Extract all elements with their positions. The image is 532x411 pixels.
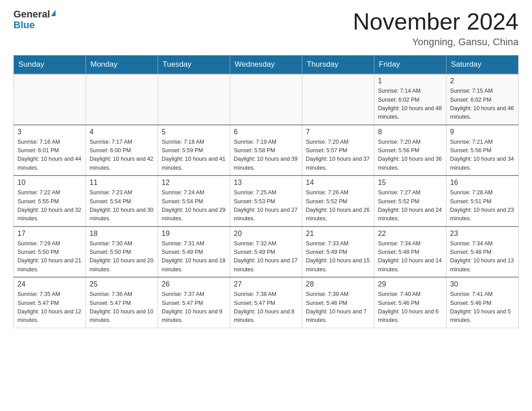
day-cell-1-5: 8Sunrise: 7:20 AM Sunset: 5:56 PM Daylig… (374, 125, 446, 176)
day-info-4: Sunrise: 7:17 AM Sunset: 6:00 PM Dayligh… (90, 138, 154, 173)
day-info-25: Sunrise: 7:36 AM Sunset: 5:47 PM Dayligh… (90, 290, 154, 325)
day-cell-1-3: 6Sunrise: 7:19 AM Sunset: 5:58 PM Daylig… (230, 125, 302, 176)
day-number-3: 3 (17, 128, 82, 136)
day-number-9: 9 (450, 128, 515, 136)
day-info-6: Sunrise: 7:19 AM Sunset: 5:58 PM Dayligh… (234, 138, 298, 173)
day-number-5: 5 (162, 128, 226, 136)
day-info-26: Sunrise: 7:37 AM Sunset: 5:47 PM Dayligh… (162, 290, 226, 325)
day-info-13: Sunrise: 7:25 AM Sunset: 5:53 PM Dayligh… (234, 188, 298, 223)
day-number-16: 16 (450, 179, 515, 187)
header-wednesday: Wednesday (230, 56, 302, 74)
title-area: November 2024 Yongning, Gansu, China (353, 9, 519, 48)
day-number-25: 25 (90, 280, 154, 288)
day-info-2: Sunrise: 7:15 AM Sunset: 6:02 PM Dayligh… (450, 87, 515, 122)
day-cell-0-6: 2Sunrise: 7:15 AM Sunset: 6:02 PM Daylig… (446, 74, 519, 125)
logo-triangle-icon (51, 10, 56, 16)
day-number-18: 18 (90, 230, 154, 238)
day-number-22: 22 (378, 230, 442, 238)
day-info-7: Sunrise: 7:20 AM Sunset: 5:57 PM Dayligh… (306, 138, 370, 173)
week-row-0: 1Sunrise: 7:14 AM Sunset: 6:02 PM Daylig… (14, 74, 519, 125)
header: General Blue November 2024 Yongning, Gan… (13, 9, 519, 48)
day-cell-2-1: 11Sunrise: 7:23 AM Sunset: 5:54 PM Dayli… (86, 176, 158, 227)
day-info-15: Sunrise: 7:27 AM Sunset: 5:52 PM Dayligh… (378, 188, 442, 223)
day-cell-1-6: 9Sunrise: 7:21 AM Sunset: 5:56 PM Daylig… (446, 125, 519, 176)
day-cell-1-2: 5Sunrise: 7:18 AM Sunset: 5:59 PM Daylig… (158, 125, 230, 176)
calendar-table: Sunday Monday Tuesday Wednesday Thursday… (13, 55, 519, 328)
day-cell-4-5: 29Sunrise: 7:40 AM Sunset: 5:46 PM Dayli… (374, 277, 446, 328)
day-info-28: Sunrise: 7:39 AM Sunset: 5:46 PM Dayligh… (306, 290, 370, 325)
logo-text: General Blue (13, 9, 56, 30)
header-tuesday: Tuesday (158, 56, 230, 74)
header-saturday: Saturday (446, 56, 519, 74)
day-info-17: Sunrise: 7:29 AM Sunset: 5:50 PM Dayligh… (17, 240, 82, 274)
day-number-20: 20 (234, 230, 298, 238)
day-cell-3-4: 21Sunrise: 7:33 AM Sunset: 5:49 PM Dayli… (302, 227, 374, 278)
day-cell-1-1: 4Sunrise: 7:17 AM Sunset: 6:00 PM Daylig… (86, 125, 158, 176)
day-info-3: Sunrise: 7:16 AM Sunset: 6:01 PM Dayligh… (17, 138, 82, 173)
day-cell-4-1: 25Sunrise: 7:36 AM Sunset: 5:47 PM Dayli… (86, 277, 158, 328)
day-info-23: Sunrise: 7:34 AM Sunset: 5:48 PM Dayligh… (450, 240, 515, 274)
day-cell-4-2: 26Sunrise: 7:37 AM Sunset: 5:47 PM Dayli… (158, 277, 230, 328)
day-info-10: Sunrise: 7:22 AM Sunset: 5:55 PM Dayligh… (17, 188, 82, 223)
day-cell-2-0: 10Sunrise: 7:22 AM Sunset: 5:55 PM Dayli… (14, 176, 86, 227)
day-info-9: Sunrise: 7:21 AM Sunset: 5:56 PM Dayligh… (450, 138, 515, 173)
day-number-29: 29 (378, 280, 442, 288)
day-info-16: Sunrise: 7:28 AM Sunset: 5:51 PM Dayligh… (450, 188, 515, 223)
day-info-14: Sunrise: 7:26 AM Sunset: 5:52 PM Dayligh… (306, 188, 370, 223)
day-info-29: Sunrise: 7:40 AM Sunset: 5:46 PM Dayligh… (378, 290, 442, 325)
day-cell-3-2: 19Sunrise: 7:31 AM Sunset: 5:49 PM Dayli… (158, 227, 230, 278)
day-number-30: 30 (450, 280, 515, 288)
day-number-15: 15 (378, 179, 442, 187)
day-cell-2-4: 14Sunrise: 7:26 AM Sunset: 5:52 PM Dayli… (302, 176, 374, 227)
day-number-2: 2 (450, 77, 515, 85)
day-number-21: 21 (306, 230, 370, 238)
day-number-17: 17 (17, 230, 82, 238)
day-number-11: 11 (90, 179, 154, 187)
logo-general: General (13, 9, 50, 20)
day-info-12: Sunrise: 7:24 AM Sunset: 5:54 PM Dayligh… (162, 188, 226, 223)
day-number-4: 4 (90, 128, 154, 136)
day-number-27: 27 (234, 280, 298, 288)
day-cell-0-0 (14, 74, 86, 125)
day-cell-2-5: 15Sunrise: 7:27 AM Sunset: 5:52 PM Dayli… (374, 176, 446, 227)
day-cell-3-6: 23Sunrise: 7:34 AM Sunset: 5:48 PM Dayli… (446, 227, 519, 278)
day-number-23: 23 (450, 230, 515, 238)
month-title: November 2024 (353, 9, 519, 34)
day-number-26: 26 (162, 280, 226, 288)
header-sunday: Sunday (14, 56, 86, 74)
day-cell-0-2 (158, 74, 230, 125)
header-monday: Monday (86, 56, 158, 74)
day-number-12: 12 (162, 179, 226, 187)
day-info-22: Sunrise: 7:34 AM Sunset: 5:48 PM Dayligh… (378, 240, 442, 274)
day-info-21: Sunrise: 7:33 AM Sunset: 5:49 PM Dayligh… (306, 240, 370, 274)
day-info-5: Sunrise: 7:18 AM Sunset: 5:59 PM Dayligh… (162, 138, 226, 173)
day-info-18: Sunrise: 7:30 AM Sunset: 5:50 PM Dayligh… (90, 240, 154, 274)
week-row-1: 3Sunrise: 7:16 AM Sunset: 6:01 PM Daylig… (14, 125, 519, 176)
week-row-2: 10Sunrise: 7:22 AM Sunset: 5:55 PM Dayli… (14, 176, 519, 227)
day-number-8: 8 (378, 128, 442, 136)
day-cell-0-3 (230, 74, 302, 125)
day-cell-0-1 (86, 74, 158, 125)
day-number-13: 13 (234, 179, 298, 187)
day-cell-2-6: 16Sunrise: 7:28 AM Sunset: 5:51 PM Dayli… (446, 176, 519, 227)
day-cell-4-6: 30Sunrise: 7:41 AM Sunset: 5:46 PM Dayli… (446, 277, 519, 328)
day-info-24: Sunrise: 7:35 AM Sunset: 5:47 PM Dayligh… (17, 290, 82, 325)
day-number-1: 1 (378, 77, 442, 85)
logo-blue: Blue (13, 19, 35, 30)
day-number-10: 10 (17, 179, 82, 187)
week-row-3: 17Sunrise: 7:29 AM Sunset: 5:50 PM Dayli… (14, 227, 519, 278)
day-cell-4-3: 27Sunrise: 7:38 AM Sunset: 5:47 PM Dayli… (230, 277, 302, 328)
day-info-27: Sunrise: 7:38 AM Sunset: 5:47 PM Dayligh… (234, 290, 298, 325)
day-number-24: 24 (17, 280, 82, 288)
day-info-1: Sunrise: 7:14 AM Sunset: 6:02 PM Dayligh… (378, 87, 442, 122)
day-cell-2-3: 13Sunrise: 7:25 AM Sunset: 5:53 PM Dayli… (230, 176, 302, 227)
day-cell-0-4 (302, 74, 374, 125)
day-info-30: Sunrise: 7:41 AM Sunset: 5:46 PM Dayligh… (450, 290, 515, 325)
day-number-7: 7 (306, 128, 370, 136)
days-of-week-row: Sunday Monday Tuesday Wednesday Thursday… (14, 56, 519, 74)
day-cell-3-1: 18Sunrise: 7:30 AM Sunset: 5:50 PM Dayli… (86, 227, 158, 278)
day-cell-1-4: 7Sunrise: 7:20 AM Sunset: 5:57 PM Daylig… (302, 125, 374, 176)
day-number-19: 19 (162, 230, 226, 238)
day-number-28: 28 (306, 280, 370, 288)
day-info-8: Sunrise: 7:20 AM Sunset: 5:56 PM Dayligh… (378, 138, 442, 173)
